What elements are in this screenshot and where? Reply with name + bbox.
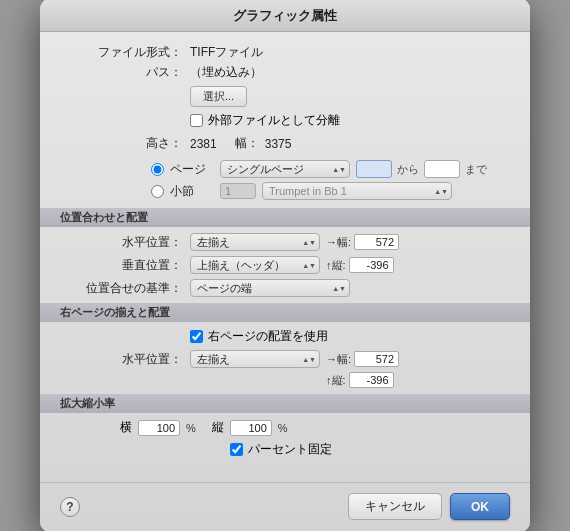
right-horiz-select[interactable]: 左揃え <box>190 350 320 368</box>
scale-height-input[interactable] <box>230 420 272 436</box>
scale-width-input[interactable] <box>138 420 180 436</box>
external-file-checkbox[interactable] <box>190 114 203 127</box>
height-label: 高さ： <box>60 135 190 152</box>
right-vert-arrow: ↑縦: <box>326 373 346 388</box>
percent-lock-label: パーセント固定 <box>248 441 332 458</box>
select-button[interactable]: 選択... <box>190 86 247 107</box>
page-from-input[interactable] <box>356 160 392 178</box>
percent-sign-1: % <box>186 422 196 434</box>
vert-label: 垂直位置： <box>60 257 190 274</box>
page-to-input[interactable] <box>424 160 460 178</box>
dialog-title: グラフィック属性 <box>40 0 530 32</box>
right-vert-value[interactable] <box>349 372 394 388</box>
basis-label: 位置合せの基準： <box>60 280 190 297</box>
scale-height-label: 縦 <box>212 419 224 436</box>
measure-radio-label: 小節 <box>170 183 220 200</box>
horiz-label: 水平位置： <box>60 234 190 251</box>
use-right-page-label: 右ページの配置を使用 <box>208 328 328 345</box>
from-label: から <box>397 162 419 177</box>
measure-radio[interactable] <box>151 185 164 198</box>
right-horiz-label: 水平位置： <box>60 351 190 368</box>
alignment-section-header: 位置合わせと配置 <box>40 208 530 227</box>
horiz-value[interactable] <box>354 234 399 250</box>
format-value: TIFFファイル <box>190 44 263 61</box>
percent-lock-checkbox[interactable] <box>230 443 243 456</box>
scale-width-label: 横 <box>120 419 132 436</box>
percent-sign-2: % <box>278 422 288 434</box>
action-buttons: キャンセル OK <box>348 493 510 520</box>
page-radio-label: ページ <box>170 161 220 178</box>
to-label: まで <box>465 162 487 177</box>
cancel-button[interactable]: キャンセル <box>348 493 442 520</box>
basis-select[interactable]: ページの端 <box>190 279 350 297</box>
ok-button[interactable]: OK <box>450 493 510 520</box>
page-type-select[interactable]: シングルページ <box>220 160 350 178</box>
horiz-select[interactable]: 左揃え <box>190 233 320 251</box>
help-button[interactable]: ? <box>60 497 80 517</box>
right-page-section-header: 右ページの揃えと配置 <box>40 303 530 322</box>
path-value: （埋め込み） <box>190 64 262 81</box>
right-horiz-value[interactable] <box>354 351 399 367</box>
horiz-arrow: →幅: <box>326 235 351 250</box>
width-value: 3375 <box>265 137 292 151</box>
dialog-footer: ? キャンセル OK <box>40 482 530 531</box>
use-right-page-checkbox[interactable] <box>190 330 203 343</box>
instrument-select[interactable]: Trumpet in Bb 1 <box>262 182 452 200</box>
vert-select[interactable]: 上揃え（ヘッダ） <box>190 256 320 274</box>
height-value: 2381 <box>190 137 217 151</box>
width-label: 幅： <box>235 135 259 152</box>
vert-arrow: ↑縦: <box>326 258 346 273</box>
format-label: ファイル形式： <box>60 44 190 61</box>
external-file-label: 外部ファイルとして分離 <box>208 112 340 129</box>
path-label: パス： <box>60 64 190 81</box>
vert-value[interactable] <box>349 257 394 273</box>
right-horiz-arrow: →幅: <box>326 352 351 367</box>
scale-section-header: 拡大縮小率 <box>40 394 530 413</box>
page-radio[interactable] <box>151 163 164 176</box>
measure-input[interactable] <box>220 183 256 199</box>
graphic-properties-dialog: グラフィック属性 ファイル形式： TIFFファイル パス： （埋め込み） 選択.… <box>40 0 530 531</box>
